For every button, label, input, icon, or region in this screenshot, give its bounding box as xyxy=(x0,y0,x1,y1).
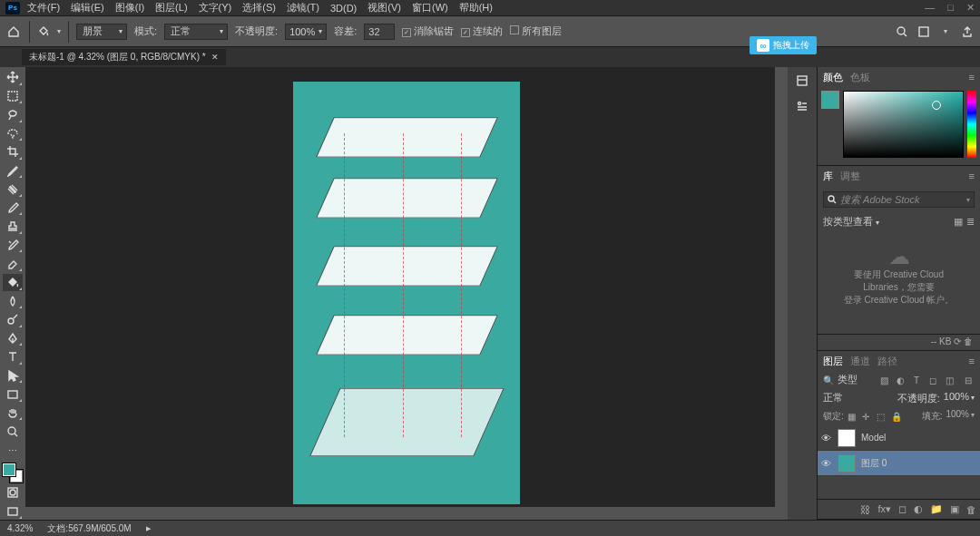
workspace-chevron-icon[interactable]: ▾ xyxy=(938,24,953,39)
link-layers-icon[interactable]: ⛓ xyxy=(860,504,870,515)
document-tab[interactable]: 未标题-1 @ 4.32% (图层 0, RGB/8/CMYK) * ✕ xyxy=(22,49,226,65)
shape-tool[interactable] xyxy=(3,385,23,403)
search-icon[interactable] xyxy=(895,24,909,39)
share-icon[interactable] xyxy=(960,24,975,39)
eyedropper-tool[interactable] xyxy=(3,162,23,180)
horizontal-scrollbar[interactable] xyxy=(25,507,788,520)
workspace-icon[interactable] xyxy=(916,24,931,39)
list-view-icon[interactable]: ≣ xyxy=(966,216,975,228)
layer-name[interactable]: 图层 0 xyxy=(861,457,887,470)
antialias-checkbox[interactable]: ✓消除锯齿 xyxy=(402,24,454,38)
contiguous-checkbox[interactable]: ✓连续的 xyxy=(461,24,503,38)
foreground-dropdown[interactable]: 朋景 xyxy=(76,24,127,40)
layer-mask-icon[interactable]: ◻ xyxy=(898,503,906,515)
quickmask-toggle[interactable] xyxy=(3,484,23,502)
visibility-toggle[interactable]: 👁 xyxy=(821,433,832,443)
lock-artboard-icon[interactable]: ⬚ xyxy=(877,412,887,422)
menu-select[interactable]: 选择(S) xyxy=(242,1,276,15)
menu-window[interactable]: 窗口(W) xyxy=(412,1,448,15)
stamp-tool[interactable] xyxy=(3,218,23,235)
layer-row[interactable]: 👁 Model xyxy=(818,425,980,451)
new-layer-icon[interactable]: ▣ xyxy=(950,503,959,515)
layer-row[interactable]: 👁 图层 0 xyxy=(818,451,980,476)
panel-menu-icon[interactable]: ≡ xyxy=(969,356,975,366)
adjustments-tab[interactable]: 调整 xyxy=(840,170,860,183)
lasso-tool[interactable] xyxy=(3,106,23,123)
history-panel-icon[interactable] xyxy=(792,71,812,91)
zoom-level[interactable]: 4.32% xyxy=(7,523,33,533)
foreground-swatch[interactable] xyxy=(821,91,839,109)
tab-close-icon[interactable]: ✕ xyxy=(211,53,219,62)
filter-pixel-icon[interactable]: ▧ xyxy=(877,374,890,386)
menu-edit[interactable]: 编辑(E) xyxy=(71,1,104,15)
menu-view[interactable]: 视图(V) xyxy=(368,1,401,15)
delete-layer-icon[interactable]: 🗑 xyxy=(966,504,976,515)
lock-all-icon[interactable]: 🔒 xyxy=(891,412,902,422)
layer-thumbnail[interactable] xyxy=(838,429,856,447)
path-select-tool[interactable] xyxy=(3,367,23,385)
menu-image[interactable]: 图像(I) xyxy=(115,1,144,15)
blur-tool[interactable] xyxy=(3,293,23,310)
menu-help[interactable]: 帮助(H) xyxy=(459,1,493,15)
filter-toggle[interactable]: ⊟ xyxy=(962,374,975,386)
bucket-icon[interactable] xyxy=(37,24,50,39)
all-layers-checkbox[interactable]: 所有图层 xyxy=(510,24,562,38)
menu-3d[interactable]: 3D(D) xyxy=(330,3,357,14)
lock-position-icon[interactable]: ✛ xyxy=(862,412,873,422)
healing-tool[interactable] xyxy=(3,180,23,198)
quick-select-tool[interactable] xyxy=(3,125,23,142)
history-brush-tool[interactable] xyxy=(3,237,23,254)
layer-fx-icon[interactable]: fx▾ xyxy=(877,503,891,515)
filter-smart-icon[interactable]: ◫ xyxy=(943,374,956,386)
swatches-tab[interactable]: 色板 xyxy=(850,71,870,84)
upload-badge[interactable]: ∞ 拖拽上传 xyxy=(750,36,817,54)
color-tab[interactable]: 颜色 xyxy=(823,71,843,84)
zoom-tool[interactable] xyxy=(3,423,23,440)
filter-shape-icon[interactable]: ◻ xyxy=(926,374,939,386)
eraser-tool[interactable] xyxy=(3,255,23,272)
vertical-scrollbar[interactable] xyxy=(775,67,788,520)
hand-tool[interactable] xyxy=(3,404,23,422)
refresh-icon[interactable]: ⟳ xyxy=(954,336,961,346)
home-button[interactable] xyxy=(5,24,22,40)
panel-menu-icon[interactable]: ≡ xyxy=(969,171,975,181)
blend-mode-dropdown[interactable]: 正常 xyxy=(823,391,877,405)
library-search[interactable]: 搜索 Adobe Stock ▾ xyxy=(823,191,975,208)
menu-filter[interactable]: 滤镜(T) xyxy=(287,1,319,15)
screenmode-toggle[interactable] xyxy=(3,502,23,520)
properties-panel-icon[interactable] xyxy=(792,96,812,116)
layers-tab[interactable]: 图层 xyxy=(823,355,843,368)
move-tool[interactable] xyxy=(3,69,23,86)
hue-slider[interactable] xyxy=(967,91,976,158)
filter-adjust-icon[interactable]: ◐ xyxy=(894,374,906,386)
filter-type-icon[interactable]: T xyxy=(910,374,923,386)
color-picker[interactable] xyxy=(843,91,964,158)
grid-view-icon[interactable]: ▦ xyxy=(954,216,963,228)
edit-toolbar[interactable]: ⋯ xyxy=(3,442,23,459)
window-close-icon[interactable]: ✕ xyxy=(966,2,975,14)
dodge-tool[interactable] xyxy=(3,311,23,328)
paint-bucket-tool[interactable] xyxy=(3,274,23,291)
layer-thumbnail[interactable] xyxy=(838,454,856,473)
window-maximize-icon[interactable]: □ xyxy=(947,2,954,14)
lock-pixels-icon[interactable]: ▦ xyxy=(848,412,858,422)
trash-icon[interactable]: 🗑 xyxy=(964,336,973,346)
type-tool[interactable] xyxy=(3,348,23,365)
crop-tool[interactable] xyxy=(3,143,23,161)
window-minimize-icon[interactable]: — xyxy=(925,2,935,14)
canvas-area[interactable] xyxy=(25,67,788,520)
brush-tool[interactable] xyxy=(3,200,23,217)
filter-kind-dropdown[interactable]: 类型 xyxy=(838,373,874,387)
opacity-input[interactable]: 100%▾ xyxy=(285,24,327,40)
color-swatches[interactable] xyxy=(3,463,23,482)
document[interactable] xyxy=(293,82,520,504)
adjustment-layer-icon[interactable]: ◐ xyxy=(914,503,923,515)
blend-mode-dropdown[interactable]: 正常 xyxy=(164,24,228,40)
tolerance-input[interactable]: 32 xyxy=(364,24,395,40)
group-icon[interactable]: 📁 xyxy=(930,503,943,515)
fill-input[interactable]: 100%▾ xyxy=(946,409,975,424)
layer-opacity-input[interactable]: 100%▾ xyxy=(944,391,975,405)
panel-menu-icon[interactable]: ≡ xyxy=(969,72,975,83)
paths-tab[interactable]: 路径 xyxy=(877,355,897,368)
libraries-tab[interactable]: 库 xyxy=(823,170,833,183)
